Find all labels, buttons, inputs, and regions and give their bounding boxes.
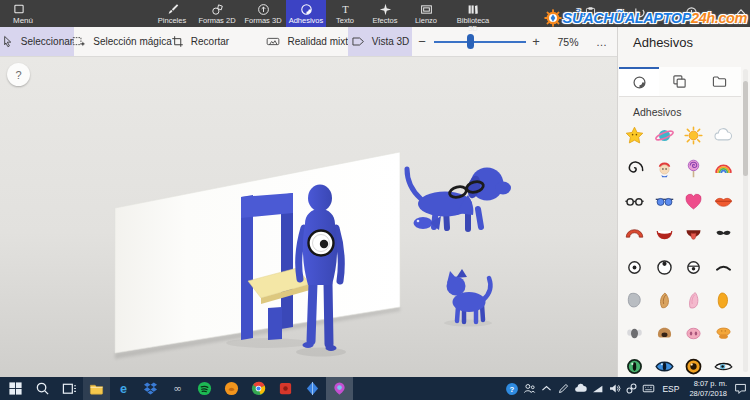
tray-people-icon[interactable]: [523, 382, 536, 395]
sticker-beak[interactable]: [709, 284, 739, 317]
panel-tab-custom[interactable]: [699, 67, 739, 96]
sticker-blue-cat-eye[interactable]: [650, 350, 680, 377]
sticker-pig-snout[interactable]: [679, 317, 709, 350]
taskbar-app-kite-app[interactable]: [299, 377, 326, 400]
eye-sticker-on-chest[interactable]: [309, 231, 334, 256]
magic-select-icon: [72, 35, 86, 48]
tray-onedrive-icon[interactable]: [574, 382, 587, 395]
help-button[interactable]: ?: [7, 63, 30, 86]
tool-recortar[interactable]: Recortar: [168, 27, 232, 56]
ribbon-tab-formas-3d[interactable]: Formas 3D: [240, 0, 286, 27]
taskbar-app-start[interactable]: [2, 377, 29, 400]
sticker-laughing-mouth[interactable]: [650, 218, 680, 251]
taskbar-app-file-explorer[interactable]: [83, 377, 110, 400]
sticker-spiral[interactable]: [620, 152, 650, 185]
sticker-heart[interactable]: [679, 185, 709, 218]
zoom-level-value[interactable]: 75%: [548, 27, 588, 56]
panel-scrollbar-thumb[interactable]: [743, 81, 748, 176]
ribbon-tab-biblioteca-3d[interactable]: Biblioteca 3D: [446, 0, 500, 27]
sticker-dog-nose[interactable]: [650, 317, 680, 350]
taskbar-app-orange-app[interactable]: [218, 377, 245, 400]
sticker-green-cat-eye[interactable]: [620, 350, 650, 377]
tray-link-icon[interactable]: [625, 382, 638, 395]
sticker-koala-nose[interactable]: [620, 317, 650, 350]
sticker-duck-bill[interactable]: [709, 317, 739, 350]
gear-icon: [544, 9, 562, 27]
sticker-eyebrow[interactable]: [709, 251, 739, 284]
ribbon-tab-adhesivos[interactable]: Adhesivos: [286, 0, 326, 27]
sticker-cat-ear[interactable]: [679, 284, 709, 317]
tray-network-icon[interactable]: [591, 382, 604, 395]
sticker-dog-ear[interactable]: [650, 284, 680, 317]
sticker-sunglasses[interactable]: [650, 185, 680, 218]
canvas-wall[interactable]: [115, 152, 400, 359]
taskbar-app-dropbox[interactable]: [137, 377, 164, 400]
taskbar-app-red-app[interactable]: [272, 377, 299, 400]
panel-scrollbar[interactable]: [743, 69, 748, 372]
sticker-planet[interactable]: [650, 119, 680, 152]
panel-tabs: [619, 67, 741, 97]
menu-button[interactable]: Menú: [0, 0, 43, 30]
ribbon-tab-texto[interactable]: T Texto: [326, 0, 364, 27]
sticker-cloud[interactable]: [709, 119, 739, 152]
panel-tab-stickers[interactable]: [619, 67, 659, 96]
sticker-sun[interactable]: [679, 119, 709, 152]
tool-realidad-mixta[interactable]: Realidad mixta: [268, 27, 352, 56]
action-center-icon[interactable]: [734, 382, 747, 395]
folder-icon: [712, 74, 727, 89]
sticker-clown[interactable]: [650, 152, 680, 185]
paint-3d-window: Menú Pinceles Formas 2D Formas 3D Adhesi…: [0, 0, 750, 400]
ribbon-tab-formas-2d[interactable]: Formas 2D: [194, 0, 240, 27]
language-indicator[interactable]: ESP: [659, 384, 682, 394]
taskbar-app-task-view[interactable]: [56, 377, 83, 400]
zoom-in-button[interactable]: +: [528, 27, 544, 56]
sticker-open-mouth[interactable]: [620, 218, 650, 251]
sticker-lips[interactable]: [709, 185, 739, 218]
zoom-slider-thumb[interactable]: [467, 34, 474, 49]
text-icon: T: [339, 3, 352, 16]
library-3d-icon: [467, 3, 480, 16]
ribbon-tab-label: Efectos: [372, 17, 397, 25]
tray-help-icon[interactable]: ?: [505, 382, 519, 396]
sticker-rainbow[interactable]: [709, 152, 739, 185]
sticker-wide-eye[interactable]: [650, 251, 680, 284]
taskbar-app-paint-3d[interactable]: [326, 377, 353, 400]
more-options-button[interactable]: …: [592, 27, 612, 56]
taskbar-app-search[interactable]: [29, 377, 56, 400]
sticker-round-glasses[interactable]: [620, 185, 650, 218]
watermark: SỬACHỮALAPTOP24h.com: [544, 9, 747, 27]
tool-label: Recortar: [191, 36, 229, 47]
cat-figure[interactable]: [447, 269, 491, 322]
ribbon-tab-label: Adhesivos: [289, 17, 324, 25]
taskbar-app-edge[interactable]: e: [110, 377, 137, 400]
sticker-tongue-mouth[interactable]: [679, 218, 709, 251]
tray-keyboard-icon[interactable]: [642, 382, 655, 395]
workspace-canvas[interactable]: ?: [0, 57, 617, 377]
ribbon-tab-efectos[interactable]: Efectos: [364, 0, 406, 27]
ribbon-tab-label: Texto: [336, 17, 354, 25]
sticker-round-eye[interactable]: [620, 251, 650, 284]
tray-chevron-up-icon[interactable]: [540, 382, 553, 395]
sticker-star[interactable]: [620, 119, 650, 152]
taskbar-app-loop[interactable]: ∞: [164, 377, 191, 400]
sticker-lollipop[interactable]: [679, 152, 709, 185]
tool-label: Vista 3D: [372, 36, 410, 47]
sticker-human-eye[interactable]: [709, 350, 739, 377]
ribbon-tab-pinceles[interactable]: Pinceles: [150, 0, 194, 27]
sticker-droopy-eye[interactable]: [679, 251, 709, 284]
sticker-mustache[interactable]: [709, 218, 739, 251]
ribbon-tab-lienzo[interactable]: Lienzo: [406, 0, 446, 27]
tool-vista-3d[interactable]: Vista 3D: [348, 27, 412, 56]
tool-seleccion-magica[interactable]: Selección mágica: [78, 27, 166, 56]
zoom-out-button[interactable]: −: [414, 27, 430, 56]
tray-pen-icon[interactable]: [557, 382, 570, 395]
svg-text:T: T: [342, 4, 349, 15]
taskbar-app-spotify[interactable]: [191, 377, 218, 400]
sticker-gray-ear[interactable]: [620, 284, 650, 317]
taskbar-app-chrome[interactable]: [245, 377, 272, 400]
panel-tab-stamps[interactable]: [659, 67, 699, 96]
tray-volume-icon[interactable]: [608, 382, 621, 395]
tool-seleccionar[interactable]: Seleccionar: [0, 27, 74, 56]
sticker-owl-eye[interactable]: [679, 350, 709, 377]
taskbar-clock[interactable]: 8:07 p. m. 28/07/2018: [686, 379, 730, 399]
